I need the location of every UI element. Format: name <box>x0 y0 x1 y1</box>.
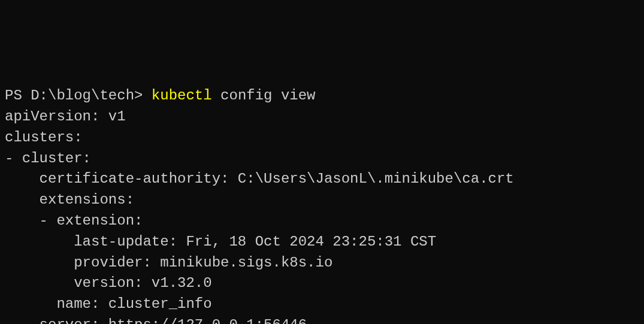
output-line: apiVersion: v1 <box>5 108 126 125</box>
output-line: certificate-authority: C:\Users\JasonL\.… <box>5 171 514 187</box>
output-line: provider: minikube.sigs.k8s.io <box>5 255 332 271</box>
output-line: name: cluster_info <box>5 296 212 312</box>
command-name: kubectl <box>152 87 212 104</box>
prompt-line: PS D:\blog\tech> kubectl config view <box>5 87 316 104</box>
output-line: - extension: <box>5 213 143 229</box>
prompt-prefix: PS D:\blog\tech> <box>5 87 152 104</box>
output-line: - cluster: <box>5 150 91 166</box>
output-line: clusters: <box>5 129 83 146</box>
output-line: version: v1.32.0 <box>5 275 212 291</box>
command-args: config view <box>212 87 316 104</box>
terminal-window[interactable]: PS D:\blog\tech> kubectl config view api… <box>5 86 639 324</box>
output-line: server: https://127.0.0.1:56446 <box>5 317 307 324</box>
output-line: last-update: Fri, 18 Oct 2024 23:25:31 C… <box>5 234 436 250</box>
output-line: extensions: <box>5 192 134 208</box>
